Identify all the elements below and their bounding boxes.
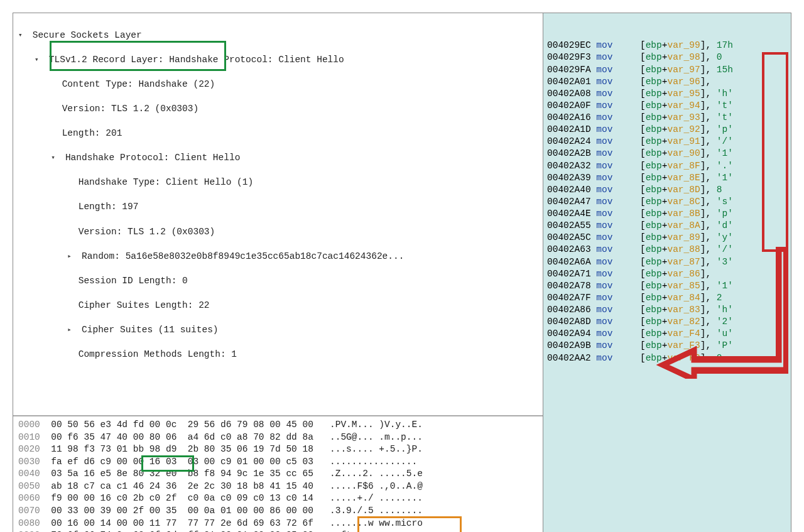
tree-cs-list[interactable]: Cipher Suites (11 suites)	[18, 324, 538, 337]
tree-content-type[interactable]: Content Type: Handshake (22)	[18, 79, 538, 91]
tree-cs-len[interactable]: Cipher Suites Length: 22	[18, 300, 538, 312]
figure-container: Secure Sockets Layer TLSv1.2 Record Laye…	[13, 13, 791, 532]
tree-length[interactable]: Length: 201	[18, 128, 538, 140]
asm-row[interactable]: 00402A32 mov [ebp+var_8F], '.'	[547, 160, 787, 172]
length-text: Length: 201	[62, 128, 122, 138]
asm-row[interactable]: 00402A47 mov [ebp+var_8C], 's'	[547, 196, 787, 208]
tree-record[interactable]: TLSv1.2 Record Layer: Handshake Protocol…	[18, 54, 538, 67]
hex-row[interactable]: 0070 00 33 00 39 00 2f 00 35 00 0a 01 00…	[18, 505, 538, 518]
asm-row[interactable]: 00402A7F mov [ebp+var_84], 2	[547, 292, 787, 304]
tree-hs-len[interactable]: Length: 197	[18, 201, 538, 214]
disassembly-pane: 004029EC mov [ebp+var_99], 17h004029F3 m…	[543, 13, 791, 532]
asm-row[interactable]: 00402A94 mov [ebp+var_F4], 'u'	[547, 328, 787, 340]
tree-handshake[interactable]: Handshake Protocol: Client Hello	[18, 152, 538, 165]
tree-record-label: TLSv1.2 Record Layer: Handshake Protocol…	[49, 55, 344, 65]
asm-row[interactable]: 00402A0F mov [ebp+var_94], 't'	[547, 100, 787, 112]
asm-row[interactable]: 00402A71 mov [ebp+var_86],	[547, 268, 787, 280]
collapse-icon[interactable]	[67, 324, 76, 337]
protocol-tree: Secure Sockets Layer TLSv1.2 Record Laye…	[13, 13, 543, 416]
tree-version[interactable]: Version: TLS 1.2 (0x0303)	[18, 103, 538, 116]
asm-row[interactable]: 00402A2B mov [ebp+var_90], '1'	[547, 148, 787, 160]
tree-hs-ver[interactable]: Version: TLS 1.2 (0x0303)	[18, 226, 538, 239]
expand-icon[interactable]	[51, 152, 60, 165]
tree-hs-type[interactable]: Handshake Type: Client Hello (1)	[18, 176, 538, 189]
asm-row[interactable]: 00402AA2 mov [ebp+var F2], 0	[547, 352, 787, 364]
asm-row[interactable]: 00402A16 mov [ebp+var_93], 't'	[547, 112, 787, 124]
asm-row[interactable]: 004029F3 mov [ebp+var_98], 0	[547, 52, 787, 63]
cs-len-text: Cipher Suites Length: 22	[79, 300, 210, 310]
asm-row[interactable]: 00402A01 mov [ebp+var_96],	[547, 76, 787, 88]
asm-row[interactable]: 004029EC mov [ebp+var_99], 17h	[547, 40, 787, 52]
expand-icon[interactable]	[18, 30, 27, 42]
asm-row[interactable]: 00402A39 mov [ebp+var_8E], '1'	[547, 172, 787, 184]
hex-row[interactable]: 0090 73 6f 66 74 2e 63 6f 6d ff 01 00 01…	[18, 529, 538, 532]
hex-row[interactable]: 0080 00 16 00 14 00 00 11 77 77 77 2e 6d…	[18, 518, 538, 530]
tree-root-label: Secure Sockets Layer	[33, 30, 142, 40]
asm-row[interactable]: 00402A6A mov [ebp+var_87], '3'	[547, 256, 787, 268]
hex-row[interactable]: 0030 fa ef d6 c9 00 00 16 03 03 00 c9 01…	[18, 456, 538, 469]
sid-text: Session ID Length: 0	[79, 276, 188, 286]
hex-row[interactable]: 0050 ab 18 c7 ca c1 46 24 36 2e 2c 30 18…	[18, 480, 538, 493]
hs-ver-text: Version: TLS 1.2 (0x0303)	[79, 227, 215, 237]
asm-row[interactable]: 00402A24 mov [ebp+var_91], '/'	[547, 136, 787, 148]
expand-icon[interactable]	[35, 54, 43, 67]
hex-dump: 0000 00 50 56 e3 4d fd 00 0c 29 56 d6 79…	[13, 416, 543, 532]
version-text: Version: TLS 1.2 (0x0303)	[62, 104, 199, 114]
asm-row[interactable]: 00402A40 mov [ebp+var_8D], 8	[547, 184, 787, 196]
hex-row[interactable]: 0010 00 f6 35 47 40 00 80 06 a4 6d c0 a8…	[18, 432, 538, 444]
tree-root[interactable]: Secure Sockets Layer	[18, 30, 538, 42]
asm-row[interactable]: 00402A4E mov [ebp+var_8B], 'p'	[547, 208, 787, 220]
tree-comp[interactable]: Compression Methods Length: 1	[18, 349, 538, 361]
hex-row[interactable]: 0020 11 98 f3 73 01 bb 98 d9 2b 80 35 06…	[18, 443, 538, 456]
asm-row[interactable]: 00402A55 mov [ebp+var_8A], 'd'	[547, 220, 787, 232]
tree-sid[interactable]: Session ID Length: 0	[18, 275, 538, 288]
cs-list-text: Cipher Suites (11 suites)	[82, 325, 219, 335]
collapse-icon[interactable]	[67, 251, 76, 263]
comp-text: Compression Methods Length: 1	[79, 349, 237, 359]
random-text: Random: 5a16e58e8032e0b8f8949c1e35cc65ab…	[82, 251, 404, 261]
hex-row[interactable]: 0060 f9 00 00 16 c0 2b c0 2f c0 0a c0 09…	[18, 492, 538, 505]
hex-row[interactable]: 0000 00 50 56 e3 4d fd 00 0c 29 56 d6 79…	[18, 419, 538, 432]
hs-type-text: Handshake Type: Client Hello (1)	[79, 177, 253, 187]
hex-row[interactable]: 0040 03 5a 16 e5 8e 80 32 e0 b8 f8 94 9c…	[18, 468, 538, 480]
hs-len-text: Length: 197	[79, 202, 139, 212]
asm-row[interactable]: 00402A9B mov [ebp+var_F3], 'P'	[547, 340, 787, 352]
asm-row[interactable]: 00402A8D mov [ebp+var_82], '2'	[547, 316, 787, 328]
asm-row[interactable]: 00402A1D mov [ebp+var_92], 'p'	[547, 124, 787, 136]
figure-panel: Secure Sockets Layer TLSv1.2 Record Laye…	[13, 13, 791, 532]
asm-row[interactable]: 00402A5C mov [ebp+var_89], 'y'	[547, 232, 787, 244]
asm-row[interactable]: 00402A08 mov [ebp+var_95], 'h'	[547, 88, 787, 100]
asm-row[interactable]: 00402A86 mov [ebp+var_83], 'h'	[547, 304, 787, 316]
handshake-label: Handshake Protocol: Client Hello	[65, 153, 240, 163]
asm-row[interactable]: 00402A63 mov [ebp+var_88], '/'	[547, 244, 787, 256]
asm-row[interactable]: 004029FA mov [ebp+var_97], 15h	[547, 64, 787, 76]
content-type-text: Content Type: Handshake (22)	[62, 79, 215, 89]
asm-row[interactable]: 00402A78 mov [ebp+var_85], '1'	[547, 280, 787, 292]
tree-random[interactable]: Random: 5a16e58e8032e0b8f8949c1e35cc65ab…	[18, 251, 538, 263]
wireshark-pane: Secure Sockets Layer TLSv1.2 Record Laye…	[13, 13, 543, 532]
